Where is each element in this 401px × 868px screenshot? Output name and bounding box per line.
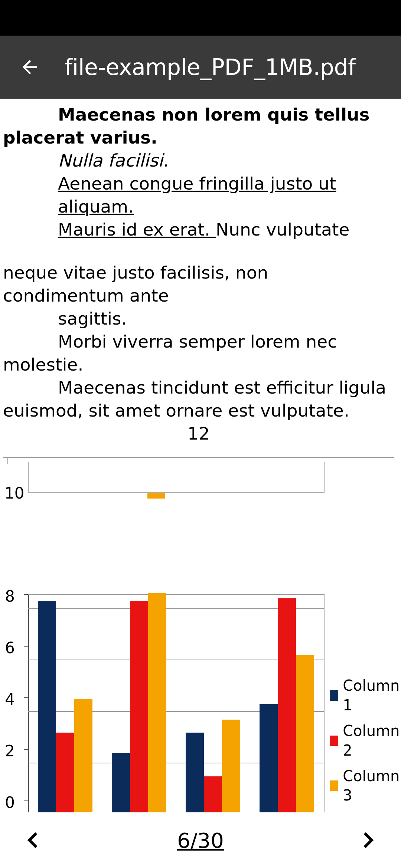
chevron-left-icon: [20, 828, 44, 852]
chart-fragment-top: 10: [3, 457, 394, 513]
bar-row4-col2: [278, 598, 296, 815]
doc-line-underline-1: Aenean congue fringilla justo ut aliquam…: [3, 172, 394, 218]
ytick-8: 8: [0, 586, 15, 606]
chart-top-bar-stub: [147, 493, 165, 499]
back-button[interactable]: [16, 54, 43, 80]
document-title: file-example_PDF_1MB.pdf: [65, 54, 356, 80]
bar-row3-col3: [222, 720, 240, 815]
legend-swatch-3: [330, 780, 338, 791]
bar-row4-col1: [260, 704, 278, 815]
ytick-4: 4: [0, 689, 15, 710]
chart-top-tick-label: 10: [4, 483, 24, 503]
doc-number-12: 12: [3, 422, 394, 445]
doc-heading-bold: Maecenas non lorem quis tellus placerat …: [3, 103, 394, 149]
doc-line-italic: Nulla facilisi.: [3, 149, 394, 172]
page-indicator[interactable]: 6/30: [177, 828, 224, 852]
doc-line-sagittis: sagittis.: [3, 307, 394, 330]
bar-row3-col2: [204, 776, 222, 815]
bar-row1-col2: [56, 733, 74, 815]
status-bar: [0, 0, 401, 36]
bar-row4-col3: [296, 655, 314, 815]
bar-row1-col3: [74, 699, 92, 815]
legend-item-1: Column 1: [330, 676, 401, 715]
document-body[interactable]: Maecenas non lorem quis tellus placerat …: [0, 99, 401, 868]
app-bar: file-example_PDF_1MB.pdf: [0, 36, 401, 99]
doc-line-mauris: Mauris id ex erat. Nunc vulputate: [3, 218, 394, 241]
chart-legend: Column 1 Column 2 Column 3: [330, 676, 401, 811]
doc-line-neque: neque vitae justo facilisis, non condime…: [3, 261, 394, 307]
arrow-left-icon: [19, 56, 40, 78]
doc-line-maecenas2: Maecenas tincidunt est efficitur ligula …: [3, 376, 394, 422]
legend-item-3: Column 3: [330, 766, 401, 806]
chevron-right-icon: [357, 828, 381, 852]
bar-row2-col1: [112, 753, 130, 815]
bar-row2-col2: [130, 601, 148, 815]
doc-line-morbi: Morbi viverra semper lorem nec molestie.: [3, 330, 394, 376]
legend-swatch-2: [330, 736, 338, 746]
plot-area: [28, 594, 325, 815]
bar-row1-col1: [38, 601, 56, 815]
ytick-6: 6: [0, 638, 15, 658]
bar-row3-col1: [186, 733, 204, 815]
bar-row2-col3: [148, 593, 166, 815]
ytick-0: 0: [0, 792, 15, 813]
ytick-2: 2: [0, 741, 15, 761]
prev-page-button[interactable]: [17, 825, 47, 855]
legend-item-2: Column 2: [330, 721, 401, 760]
next-page-button[interactable]: [354, 825, 384, 855]
pager-bar: 6/30: [0, 812, 401, 868]
legend-swatch-1: [330, 690, 338, 701]
